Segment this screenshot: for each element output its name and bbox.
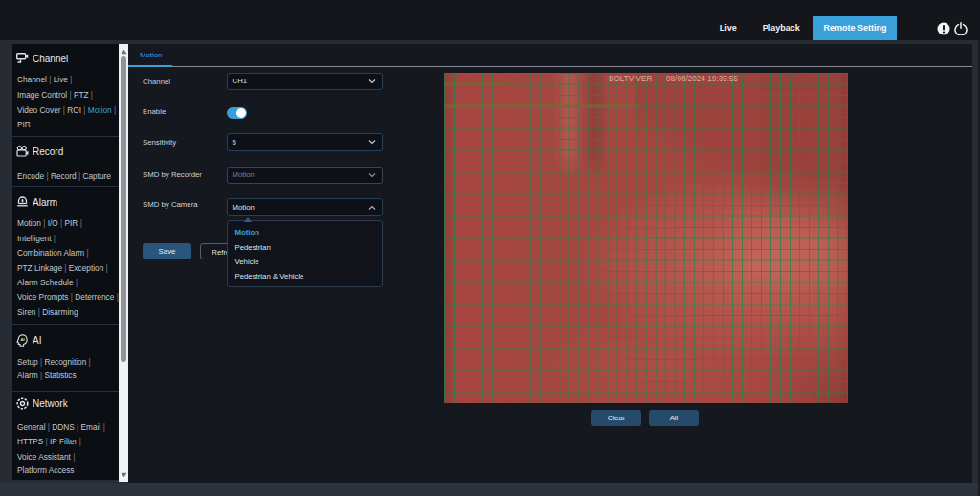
svg-text:AI: AI bbox=[21, 337, 25, 342]
